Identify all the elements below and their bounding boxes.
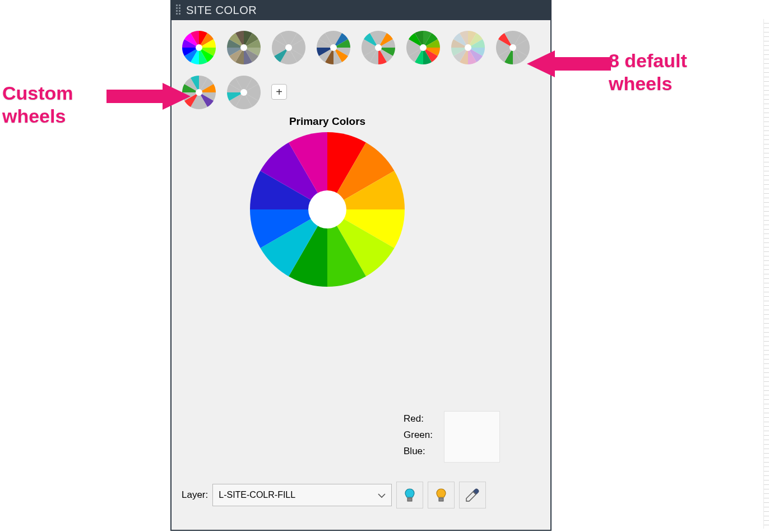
panel-title-bar[interactable]: SITE COLOR — [172, 0, 550, 20]
svg-point-6 — [465, 44, 471, 51]
svg-point-9 — [240, 89, 247, 96]
svg-point-0 — [196, 44, 202, 51]
arrow-custom-wheels-icon — [106, 80, 191, 113]
preset-wheel-gray-mixed-2[interactable] — [361, 30, 396, 65]
layer-select[interactable]: L-SITE-COLR-FILL — [212, 484, 392, 506]
blue-label: Blue: — [404, 444, 433, 460]
chevron-down-icon — [378, 492, 386, 500]
eyedropper-icon — [465, 487, 480, 503]
bulb-blue-button[interactable] — [396, 482, 423, 508]
site-color-panel: SITE COLOR + Primary Colors Red: Green: … — [170, 0, 552, 531]
svg-point-8 — [196, 89, 202, 96]
svg-point-2 — [285, 44, 292, 51]
svg-point-3 — [330, 44, 337, 51]
annotation-default-wheels: 8 defaultwheels — [609, 49, 687, 95]
panel-body: + Primary Colors Red: Green: Blue: Layer… — [172, 20, 550, 530]
layer-row: Layer: L-SITE-COLR-FILL — [182, 482, 486, 508]
layer-selected-value: L-SITE-COLR-FILL — [219, 490, 295, 500]
main-wheel-area: Primary Colors — [215, 115, 439, 288]
add-wheel-button[interactable]: + — [271, 84, 287, 100]
preset-wheel-gray-rg[interactable] — [495, 30, 530, 65]
svg-point-10 — [308, 190, 346, 228]
color-swatch — [444, 411, 500, 463]
annotation-custom-wheels: Customwheels — [2, 82, 73, 128]
red-label: Red: — [404, 411, 433, 427]
cyan-bulb-icon — [402, 487, 418, 503]
arrow-default-wheels-icon — [527, 47, 611, 81]
preset-wheel-primary-colors[interactable] — [182, 30, 216, 65]
panel-title: SITE COLOR — [186, 4, 257, 17]
preset-wheel-pastel[interactable] — [451, 30, 485, 65]
svg-point-4 — [375, 44, 382, 51]
bulb-orange-button[interactable] — [428, 482, 455, 508]
preset-wheel-gray-teal[interactable] — [271, 30, 306, 65]
svg-rect-11 — [407, 498, 412, 501]
background-ruler — [763, 19, 769, 529]
green-label: Green: — [404, 427, 433, 444]
layer-label: Layer: — [182, 489, 208, 501]
main-color-wheel[interactable] — [249, 131, 406, 288]
grip-icon — [176, 4, 182, 16]
custom-wheel-custom-2[interactable] — [226, 75, 261, 110]
preset-wheel-gray-mixed-1[interactable] — [316, 30, 351, 65]
svg-rect-12 — [439, 498, 443, 501]
svg-point-7 — [509, 44, 516, 51]
preset-wheel-muted-olive[interactable] — [226, 30, 261, 65]
wheel-presets-row: + — [182, 30, 540, 110]
svg-point-1 — [240, 44, 247, 51]
rgb-readout: Red: Green: Blue: — [404, 411, 500, 463]
orange-bulb-icon — [433, 487, 449, 503]
svg-point-5 — [420, 44, 427, 51]
eyedropper-button[interactable] — [459, 482, 486, 508]
main-wheel-title: Primary Colors — [215, 115, 439, 128]
preset-wheel-green-multi[interactable] — [406, 30, 441, 65]
